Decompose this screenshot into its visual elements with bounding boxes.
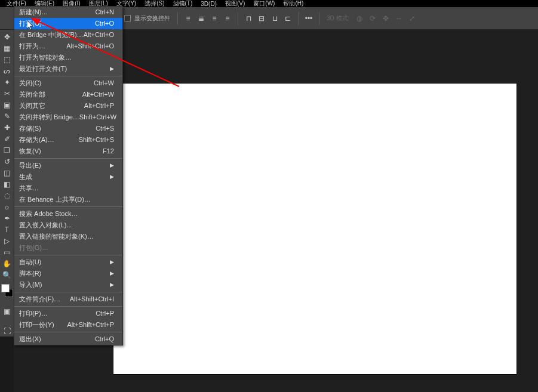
healing-tool[interactable]: ✚ [1, 122, 13, 133]
align-right-icon[interactable]: ≡ [208, 12, 221, 25]
menu-item-共享…[interactable]: 共享… [14, 183, 122, 194]
lasso-tool[interactable]: ᔕ [1, 65, 13, 76]
move-tool[interactable]: ✥ [1, 31, 13, 42]
menu-item-在 Behance 上共享(D)…[interactable]: 在 Behance 上共享(D)… [14, 194, 122, 205]
separator [298, 12, 299, 25]
show-transform-checkbox[interactable] [124, 15, 131, 21]
menu-item-置入链接的智能对象(K)…[interactable]: 置入链接的智能对象(K)… [14, 231, 122, 242]
menu-item-恢复(V)[interactable]: 恢复(V)F12 [14, 146, 122, 157]
menu-item-在 Bridge 中浏览(B)…[interactable]: 在 Bridge 中浏览(B)…Alt+Ctrl+O [14, 29, 122, 41]
scale3d-icon[interactable]: ⤢ [405, 12, 419, 25]
gradient-tool[interactable]: ◧ [1, 178, 13, 190]
menu-item-关闭(C)[interactable]: 关闭(C)Ctrl+W [14, 78, 122, 89]
orbit3d-icon[interactable]: ◍ [353, 12, 366, 25]
brush-tool[interactable]: ✐ [1, 133, 13, 144]
menu-item-关闭并转到 Bridge…[interactable]: 关闭并转到 Bridge…Shift+Ctrl+W [14, 112, 122, 123]
menu-item-关闭其它[interactable]: 关闭其它Alt+Ctrl+P [14, 100, 122, 112]
align-center-h-icon[interactable]: ≣ [195, 12, 208, 25]
menu-item-label: 关闭并转到 Bridge… [19, 113, 79, 122]
menu-item-label: 在 Behance 上共享(D)… [19, 195, 91, 204]
menu-item-label: 置入嵌入对象(L)… [19, 221, 73, 230]
toolbox: ✥▦⬚ᔕ✦✂▣✎✚✐❐↺◫◧◌☼✒T▷▭✋🔍 ▣ ⛶ [0, 30, 14, 337]
menu-item-脚本(R)[interactable]: 脚本(R)▶ [14, 268, 122, 279]
menu-item-置入嵌入对象(L)…[interactable]: 置入嵌入对象(L)… [14, 220, 122, 231]
menu-separator [14, 76, 122, 76]
artboard-tool[interactable]: ▦ [1, 42, 13, 54]
path-select-tool[interactable]: ▷ [1, 235, 13, 246]
roll3d-icon[interactable]: ⟳ [366, 12, 379, 25]
type-tool[interactable]: T [1, 224, 13, 235]
menu-item-label: 关闭(C) [19, 79, 41, 88]
distribute-top-icon[interactable]: ⊓ [242, 12, 255, 25]
pan3d-icon[interactable]: ✥ [379, 12, 392, 25]
history-brush-tool[interactable]: ↺ [1, 156, 13, 167]
align-top-icon[interactable]: ≡ [221, 12, 234, 25]
eraser-tool[interactable]: ◫ [1, 167, 13, 178]
distribute-vcenter-icon[interactable]: ⊟ [255, 12, 268, 25]
rectangle-tool[interactable]: ▭ [1, 246, 13, 258]
foreground-color[interactable] [1, 284, 10, 292]
clone-tool[interactable]: ❐ [1, 144, 13, 156]
canvas[interactable] [113, 84, 517, 374]
marquee-tool[interactable]: ⬚ [1, 54, 13, 65]
frame-tool[interactable]: ▣ [1, 99, 13, 110]
crop-tool[interactable]: ✂ [1, 88, 13, 99]
menu-item-打开为智能对象…[interactable]: 打开为智能对象… [14, 52, 122, 63]
menu-3D(D)[interactable]: 3D(D) [196, 1, 221, 7]
menu-item-导入(M)[interactable]: 导入(M)▶ [14, 279, 122, 291]
show-transform-label: 显示变换控件 [131, 14, 174, 23]
file-menu-dropdown: 新建(N)…Ctrl+N打开(O)…Ctrl+O在 Bridge 中浏览(B)…… [14, 6, 123, 345]
menu-item-shortcut: Ctrl+W [94, 79, 114, 88]
color-swatches[interactable] [1, 284, 13, 297]
menu-item-打印一份(Y)[interactable]: 打印一份(Y)Alt+Shift+Ctrl+P [14, 319, 122, 331]
menu-item-label: 打开(O)… [19, 19, 48, 28]
menu-item-shortcut: Shift+Ctrl+S [79, 135, 114, 144]
align-left-icon[interactable]: ≡ [182, 12, 195, 25]
menu-separator [14, 292, 122, 292]
menu-item-打开(O)…[interactable]: 打开(O)…Ctrl+O [14, 18, 122, 29]
menu-separator [14, 158, 122, 159]
blur-tool[interactable]: ◌ [1, 190, 13, 201]
menu-item-打印(P)…[interactable]: 打印(P)…Ctrl+P [14, 308, 122, 319]
menu-选择(S)[interactable]: 选择(S) [140, 0, 168, 8]
quick-select-tool[interactable]: ✦ [1, 76, 13, 88]
menu-item-label: 新建(N)… [19, 8, 48, 17]
menu-item-存储为(A)…[interactable]: 存储为(A)…Shift+Ctrl+S [14, 134, 122, 146]
menu-item-搜索 Adobe Stock…[interactable]: 搜索 Adobe Stock… [14, 208, 122, 220]
menu-item-label: 存储为(A)… [19, 135, 54, 144]
menu-item-导出(E)[interactable]: 导出(E)▶ [14, 160, 122, 171]
quick-mask-icon[interactable]: ▣ [1, 305, 13, 317]
menu-item-文件简介(F)…[interactable]: 文件简介(F)…Alt+Shift+Ctrl+I [14, 294, 122, 305]
menu-item-打开为…[interactable]: 打开为…Alt+Shift+Ctrl+O [14, 41, 122, 52]
menu-item-label: 存储(S) [19, 124, 41, 133]
menu-separator [14, 255, 122, 255]
submenu-arrow-icon: ▶ [110, 258, 114, 267]
menu-帮助(H)[interactable]: 帮助(H) [279, 0, 308, 8]
menu-item-label: 置入链接的智能对象(K)… [19, 232, 94, 241]
eyedropper-tool[interactable]: ✎ [1, 110, 13, 122]
distribute-bottom-icon[interactable]: ⊔ [268, 12, 281, 25]
menu-item-退出(X)[interactable]: 退出(X)Ctrl+Q [14, 334, 122, 345]
pen-tool[interactable]: ✒ [1, 212, 13, 224]
separator [238, 12, 238, 25]
menu-item-关闭全部[interactable]: 关闭全部Alt+Ctrl+W [14, 89, 122, 100]
menu-item-自动(U)[interactable]: 自动(U)▶ [14, 257, 122, 268]
menu-item-新建(N)…[interactable]: 新建(N)…Ctrl+N [14, 7, 122, 18]
more-options-icon[interactable]: ••• [302, 12, 315, 25]
screen-mode-icon[interactable]: ⛶ [1, 325, 13, 337]
distribute-left-icon[interactable]: ⊏ [281, 12, 294, 25]
submenu-arrow-icon: ▶ [110, 280, 114, 289]
zoom-tool[interactable]: 🔍 [1, 269, 13, 280]
menu-item-生成[interactable]: 生成▶ [14, 171, 122, 183]
menu-滤镜(T)[interactable]: 滤镜(T) [169, 0, 197, 8]
separator [319, 12, 319, 25]
menu-item-label: 关闭全部 [19, 90, 45, 99]
menu-视图(V)[interactable]: 视图(V) [221, 0, 249, 8]
menu-item-存储(S)[interactable]: 存储(S)Ctrl+S [14, 123, 122, 134]
dodge-tool[interactable]: ☼ [1, 201, 13, 212]
menu-item-最近打开文件(T)[interactable]: 最近打开文件(T)▶ [14, 63, 122, 75]
menu-item-label: 在 Bridge 中浏览(B)… [19, 30, 84, 39]
slide3d-icon[interactable]: ↔ [392, 12, 405, 25]
hand-tool[interactable]: ✋ [1, 258, 13, 269]
menu-窗口(W)[interactable]: 窗口(W) [249, 0, 279, 8]
